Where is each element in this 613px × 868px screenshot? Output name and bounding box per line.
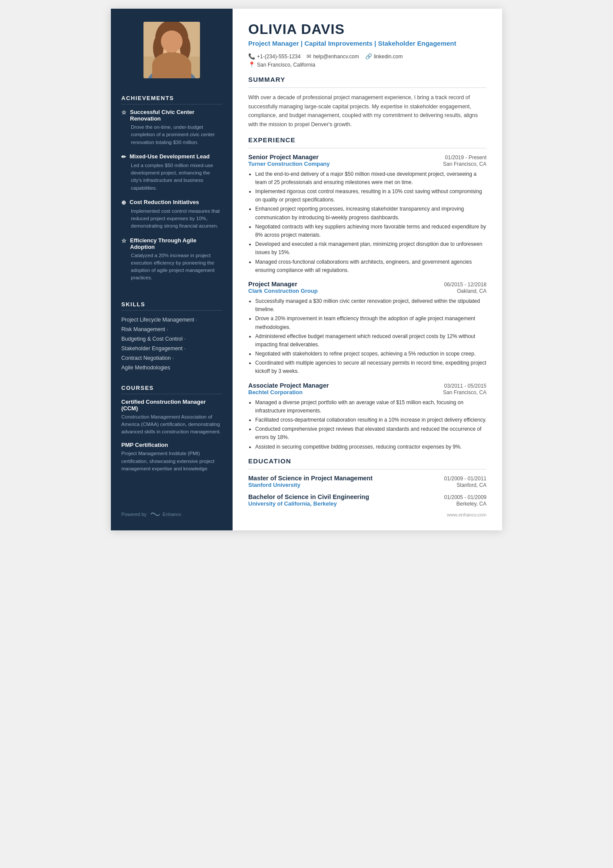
main-content: OLIVIA DAVIS Project Manager | Capital I… (233, 9, 502, 530)
skill-item-5: Contract Negotiation · (121, 353, 222, 363)
skill-item-3: Budgeting & Cost Control · (121, 334, 222, 344)
achievement-desc-4: Catalyzed a 20% increase in project exec… (121, 252, 222, 282)
achievement-title-2: ✏ Mixed-Use Development Lead (121, 153, 222, 160)
achievement-item-2: ✏ Mixed-Use Development Lead Led a compl… (121, 153, 222, 192)
skill-item-4: Stakeholder Engagement · (121, 344, 222, 353)
candidate-name: OLIVIA DAVIS (248, 22, 486, 37)
skill-item-6: Agile Methodologies (121, 363, 222, 372)
email-icon: ✉ (306, 53, 311, 60)
job-company-row-2: Clark Construction Group Oakland, CA (248, 288, 486, 294)
achievement-desc-3: Implemented cost control measures that r… (121, 208, 222, 230)
edu-entry-2: Bachelor of Science in Civil Engineering… (248, 493, 486, 507)
achievement-item-1: ☆ Successful Civic Center Renovation Dro… (121, 109, 222, 146)
edu-location-1: Stanford, CA (456, 482, 486, 488)
achievement-desc-2: Led a complex $50 million mixed-use deve… (121, 162, 222, 192)
bullet-2-4: Negotiated with stakeholders to refine p… (255, 350, 486, 358)
linkedin-contact: 🔗 linkedin.com (365, 53, 403, 60)
enhancv-logo: Enhancv (150, 511, 181, 517)
experience-title: EXPERIENCE (248, 136, 486, 144)
star-icon-1: ☆ (121, 109, 127, 116)
svg-point-10 (170, 47, 173, 50)
education-divider (248, 469, 486, 469)
bullet-2-5: Coordinated with multiple agencies to se… (255, 359, 486, 375)
edu-date-1: 01/2009 - 01/2011 (444, 476, 486, 482)
bullet-3-4: Assisted in securing competitive bidding… (255, 443, 486, 451)
education-title: EDUCATION (248, 457, 486, 465)
svg-point-9 (176, 44, 178, 46)
bullet-2-3: Administered effective budget management… (255, 332, 486, 349)
job-bullets-3: Managed a diverse project portfolio with… (248, 399, 486, 451)
edu-school-row-2: University of California, Berkeley Berke… (248, 500, 486, 507)
education-section: EDUCATION Master of Science in Project M… (248, 457, 486, 507)
job-company-2: Clark Construction Group (248, 288, 318, 294)
powered-by-label: Powered by (121, 512, 147, 517)
job-location-2: Oakland, CA (457, 288, 486, 294)
job-date-2: 06/2015 - 12/2018 (444, 282, 486, 288)
summary-title: SUMMARY (248, 76, 486, 83)
job-bullets-1: Led the end-to-end delivery of a major $… (248, 170, 486, 275)
svg-point-7 (175, 43, 178, 47)
achievements-title: ACHIEVEMENTS (121, 95, 222, 104)
course-item-1: Certified Construction Manager (CCM) Con… (121, 399, 222, 436)
job-company-3: Bechtel Corporation (248, 389, 303, 395)
edu-degree-1: Master of Science in Project Management (248, 475, 373, 482)
job-title-1: Senior Project Manager (248, 154, 319, 161)
cost-icon: ⊕ (121, 199, 126, 206)
sidebar: ACHIEVEMENTS ☆ Successful Civic Center R… (111, 9, 233, 530)
job-location-3: San Francisco, CA (443, 389, 486, 395)
summary-divider (248, 87, 486, 88)
bullet-3-2: Facilitated cross-departmental collabora… (255, 416, 486, 424)
pencil-icon: ✏ (121, 154, 126, 160)
avatar (143, 22, 200, 78)
edu-school-2: University of California, Berkeley (248, 500, 337, 507)
job-header-3: Associate Project Manager 03/2011 - 05/2… (248, 382, 486, 389)
bullet-1-4: Negotiated contracts with key suppliers … (255, 223, 486, 239)
sidebar-footer: Powered by Enhancv (111, 504, 233, 517)
job-date-3: 03/2011 - 05/2015 (444, 383, 486, 389)
main-footer: www.enhancv.com (248, 512, 486, 517)
course-desc-2: Project Management Institute (PMI) certi… (121, 450, 222, 473)
achievements-list: ☆ Successful Civic Center Renovation Dro… (121, 109, 222, 282)
bullet-1-5: Developed and executed a risk management… (255, 240, 486, 257)
svg-point-4 (153, 36, 163, 60)
experience-section: EXPERIENCE Senior Project Manager 01/201… (248, 136, 486, 451)
achievement-item-3: ⊕ Cost Reduction Initiatives Implemented… (121, 199, 222, 230)
edu-location-2: Berkeley, CA (456, 501, 486, 507)
job-company-row-1: Turner Construction Company San Francisc… (248, 161, 486, 167)
courses-title: COURSES (121, 385, 222, 394)
phone-icon: 📞 (248, 53, 255, 60)
star-icon-2: ☆ (121, 238, 127, 244)
course-item-2: PMP Certification Project Management Ins… (121, 442, 222, 473)
job-title-2: Project Manager (248, 281, 297, 288)
achievements-section: ACHIEVEMENTS ☆ Successful Civic Center R… (111, 87, 233, 293)
course-title-1: Certified Construction Manager (CCM) (121, 399, 222, 412)
edu-entry-1: Master of Science in Project Management … (248, 475, 486, 488)
edu-header-2: Bachelor of Science in Civil Engineering… (248, 493, 486, 500)
bullet-3-1: Managed a diverse project portfolio with… (255, 399, 486, 415)
summary-section: SUMMARY With over a decade of profession… (248, 76, 486, 129)
bullet-2-1: Successfully managed a $30 million civic… (255, 297, 486, 314)
location-row: 📍 San Francisco, California (248, 61, 486, 68)
achievement-title-1: ☆ Successful Civic Center Renovation (121, 109, 222, 122)
svg-point-5 (180, 36, 190, 60)
bullet-2-2: Drove a 20% improvement in team efficien… (255, 315, 486, 331)
svg-point-6 (165, 43, 169, 47)
email-contact: ✉ help@enhancv.com (306, 53, 359, 60)
skill-item-1: Project Lifecycle Management · (121, 315, 222, 325)
job-company-row-3: Bechtel Corporation San Francisco, CA (248, 389, 486, 395)
course-title-2: PMP Certification (121, 442, 222, 448)
candidate-title: Project Manager | Capital Improvements |… (248, 39, 486, 48)
phone-contact: 📞 +1-(234)-555-1234 (248, 53, 300, 60)
skills-title: SKILLS (121, 301, 222, 311)
bullet-3-3: Conducted comprehensive project reviews … (255, 425, 486, 442)
achievement-title-3: ⊕ Cost Reduction Initiatives (121, 199, 222, 206)
edu-date-2: 01/2005 - 01/2009 (444, 494, 486, 500)
location-icon: 📍 (248, 61, 255, 68)
job-header-2: Project Manager 06/2015 - 12/2018 (248, 281, 486, 288)
bullet-1-3: Enhanced project reporting processes, in… (255, 205, 486, 221)
edu-school-row-1: Stanford University Stanford, CA (248, 482, 486, 488)
skills-section: SKILLS Project Lifecycle Management · Ri… (111, 293, 233, 377)
job-bullets-2: Successfully managed a $30 million civic… (248, 297, 486, 376)
job-header-1: Senior Project Manager 01/2019 - Present (248, 154, 486, 161)
achievement-title-4: ☆ Efficiency Through Agile Adoption (121, 237, 222, 250)
